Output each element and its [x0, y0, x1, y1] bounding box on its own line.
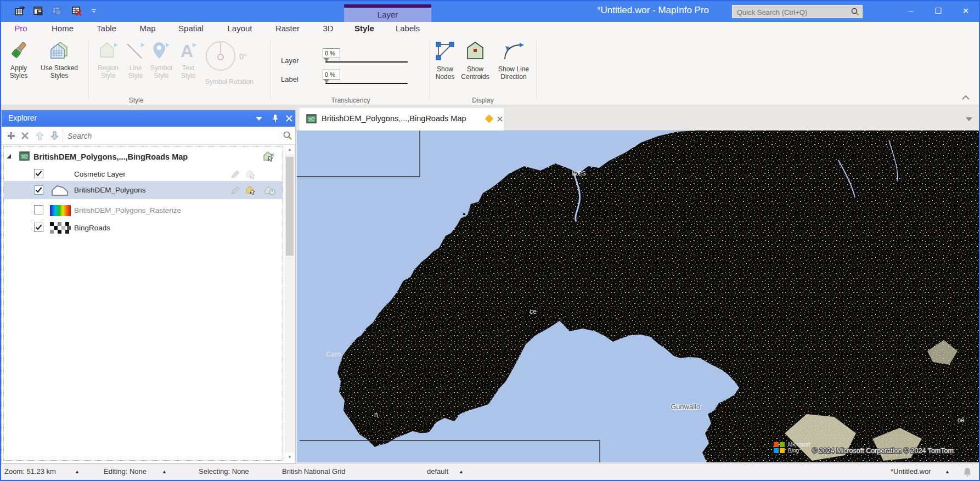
explorer-search-input[interactable] — [66, 129, 277, 143]
remove-icon[interactable] — [21, 132, 29, 140]
add-icon[interactable] — [7, 132, 15, 140]
tab-map[interactable]: Map — [138, 24, 157, 37]
label-translucency-slider[interactable] — [325, 83, 408, 84]
workspace: Explorer — [0, 105, 980, 463]
editable-icon[interactable] — [230, 169, 241, 179]
explorer-search-icon[interactable] — [283, 131, 292, 140]
apply-styles-button[interactable]: Apply Styles — [4, 41, 33, 80]
toolbar-divider — [63, 129, 63, 142]
svg-text:A: A — [181, 41, 193, 60]
notifications-bell-icon[interactable] — [962, 467, 972, 477]
check-icon — [35, 223, 43, 231]
show-nodes-button[interactable]: Show Nodes — [432, 41, 458, 81]
tab-3d[interactable]: 3D — [322, 24, 335, 37]
tree-row-map[interactable]: BritishDEM_Polygons,...,BingRoads Map — [4, 148, 283, 166]
status-zoom[interactable]: Zoom: 51.23 km — [4, 467, 56, 476]
maximize-button[interactable]: ☐ — [926, 0, 950, 22]
use-stacked-styles-button[interactable]: Use Stacked Styles — [34, 41, 85, 80]
tab-pro[interactable]: Pro — [12, 24, 30, 37]
ribbon-separator — [429, 40, 430, 99]
map-window-icon — [306, 114, 317, 123]
explorer-title-bar[interactable]: Explorer — [2, 110, 295, 127]
status-editing[interactable]: Editing: None — [104, 467, 147, 476]
tab-spatial[interactable]: Spatial — [176, 24, 206, 37]
tab-list-icon[interactable] — [965, 117, 973, 122]
show-line-direction-button[interactable]: Show Line Direction — [493, 41, 534, 81]
status-style[interactable]: default — [427, 467, 448, 476]
line-style-button: Line Style — [123, 41, 148, 80]
search-icon[interactable] — [851, 7, 860, 16]
open-table-icon[interactable] — [14, 5, 25, 16]
show-line-direction-icon — [502, 41, 526, 61]
tab-layout[interactable]: Layout — [226, 24, 254, 37]
tab-home[interactable]: Home — [49, 24, 76, 37]
tree-row-bingroads[interactable]: BingRoads — [4, 219, 283, 237]
translucency-group-label: Translucency — [323, 97, 378, 104]
status-selecting[interactable]: Selecting: None — [199, 467, 249, 476]
layer-translucency-slider[interactable] — [325, 61, 408, 63]
status-workspace[interactable]: *Untitled.wor — [891, 467, 931, 476]
layer-label[interactable]: BritishDEM_Polygons_Rasterize — [74, 206, 181, 214]
qat-customize-icon[interactable] — [91, 8, 97, 14]
explorer-toolbar — [2, 127, 295, 145]
layer-translucency-value[interactable]: 0 % — [323, 48, 340, 58]
map-canvas[interactable]: Ives ce Carn n Gunwallo ce Microsoft Bin… — [297, 131, 979, 462]
status-style-arrow-icon[interactable]: ▲ — [459, 469, 464, 474]
status-workspace-arrow-icon[interactable]: ▲ — [945, 469, 950, 474]
close-button[interactable]: ✕ — [954, 0, 978, 22]
status-zoom-arrow-icon[interactable]: ▲ — [75, 469, 80, 474]
save-table-icon — [52, 5, 63, 16]
save-workspace-icon[interactable] — [33, 5, 44, 16]
scroll-up-button[interactable]: ▲ — [285, 145, 294, 154]
tab-raster[interactable]: Raster — [274, 24, 301, 37]
layer-label[interactable]: BritishDEM_Polygons — [74, 186, 146, 194]
pin-icon[interactable] — [272, 114, 279, 123]
explorer-scrollbar[interactable]: ▲ ▼ — [285, 145, 295, 462]
scroll-down-button[interactable]: ▼ — [285, 452, 294, 462]
bingroads-checkbox[interactable] — [34, 223, 43, 232]
cosmetic-layer-checkbox[interactable] — [34, 169, 43, 178]
scroll-thumb[interactable] — [286, 157, 294, 256]
editable-icon[interactable] — [230, 185, 241, 195]
minimize-button[interactable]: – — [899, 0, 923, 22]
symbol-style-icon — [151, 41, 171, 60]
use-stacked-styles-icon — [48, 41, 70, 60]
britishdem-polygons-checkbox[interactable] — [34, 185, 43, 195]
expand-icon[interactable] — [6, 154, 12, 159]
quick-search-input[interactable] — [736, 6, 848, 18]
selectable-on-icon[interactable] — [245, 185, 257, 196]
map-document-tab[interactable]: BritishDEM_Polygons,...,BingRoads Map — [300, 108, 504, 131]
tree-row-britishdem-polygons[interactable]: BritishDEM_Polygons — [4, 181, 283, 199]
window-position-icon[interactable] — [255, 116, 263, 121]
ribbon: Apply Styles Use Stacked Styles Region S… — [0, 37, 980, 105]
selectable-icon[interactable] — [245, 169, 257, 180]
line-style-icon — [125, 41, 146, 60]
quick-search-box[interactable] — [732, 5, 863, 18]
explorer-close-icon[interactable] — [286, 115, 292, 122]
move-down-icon[interactable] — [50, 131, 59, 140]
symbol-style-label: Symbol Style — [148, 64, 174, 80]
zoom-layering-icon[interactable] — [264, 185, 276, 196]
map-node-label[interactable]: BritishDEM_Polygons,...,BingRoads Map — [33, 152, 188, 161]
document-tab-strip: BritishDEM_Polygons,...,BingRoads Map — [297, 107, 979, 131]
text-style-label: Text Style — [176, 64, 201, 80]
close-table-icon[interactable] — [71, 5, 82, 16]
layer-label[interactable]: Cosmetic Layer — [74, 170, 126, 178]
label-translucency-value[interactable]: 0 % — [323, 70, 340, 80]
show-line-direction-label: Show Line Direction — [493, 65, 534, 81]
tab-style[interactable]: Style — [353, 24, 375, 38]
tab-close-icon[interactable] — [497, 116, 503, 122]
map-tab-title[interactable]: BritishDEM_Polygons,...,BingRoads Map — [322, 114, 466, 123]
tab-table[interactable]: Table — [94, 24, 119, 37]
place-label: Gunwallo — [671, 403, 700, 411]
collapse-ribbon-icon[interactable] — [961, 95, 970, 100]
tree-row-britishdem-rasterize[interactable]: BritishDEM_Polygons_Rasterize — [4, 202, 283, 219]
layer-label[interactable]: BingRoads — [74, 224, 110, 232]
show-centroids-button[interactable]: Show Centroids — [460, 41, 491, 81]
status-projection[interactable]: British National Grid — [282, 467, 346, 476]
status-editing-arrow-icon[interactable]: ▲ — [162, 469, 167, 474]
style-group-label: Style — [120, 97, 153, 104]
selectable-map-icon[interactable] — [263, 151, 275, 163]
britishdem-rasterize-checkbox[interactable] — [34, 205, 43, 214]
tab-labels[interactable]: Labels — [394, 24, 421, 37]
